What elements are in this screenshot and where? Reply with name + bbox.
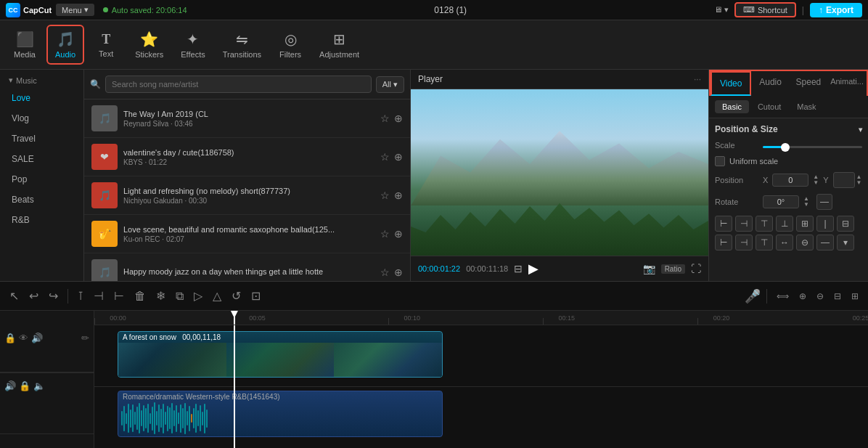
sidebar-item-pop[interactable]: Pop: [0, 169, 83, 190]
align-left-button[interactable]: ⊢: [715, 216, 732, 232]
sidebar-item-sale[interactable]: SALE: [0, 149, 83, 169]
x-decrement[interactable]: ▼: [813, 180, 819, 186]
favorite-button[interactable]: ☆: [380, 228, 390, 240]
play-button[interactable]: ▶: [528, 261, 539, 277]
rotate-decrement[interactable]: ▼: [803, 202, 809, 208]
mute-video-button[interactable]: 🔊: [31, 333, 43, 343]
align-extra-5[interactable]: ⊖: [796, 235, 814, 251]
distribute-h-button[interactable]: ⊟: [837, 216, 854, 232]
edit-video-button[interactable]: ✏: [81, 333, 89, 343]
split-end-button[interactable]: ⊢: [110, 287, 128, 305]
playhead[interactable]: [234, 311, 235, 325]
toolbar-stickers[interactable]: ⭐ Stickers: [128, 26, 171, 63]
download-button[interactable]: ⊕: [394, 266, 403, 278]
rotate-button[interactable]: ↺: [228, 287, 245, 305]
search-input[interactable]: [105, 76, 372, 93]
y-input[interactable]: [833, 172, 855, 188]
undo-button[interactable]: ↩: [25, 287, 42, 305]
shortcut-button[interactable]: ⌨ Shortcut: [734, 2, 796, 17]
toolbar-transitions[interactable]: ⇋ Transitions: [216, 26, 269, 63]
align-extra-6[interactable]: —: [816, 235, 834, 251]
toolbar-filters[interactable]: ◎ Filters: [271, 26, 309, 63]
align-extra-3[interactable]: ⊤: [756, 235, 773, 251]
uniform-scale-checkbox[interactable]: [715, 156, 725, 166]
toolbar-audio[interactable]: 🎵 Audio: [46, 25, 84, 65]
download-button[interactable]: ⊕: [394, 228, 403, 240]
align-top-button[interactable]: ⊥: [776, 216, 793, 232]
player-menu-icon[interactable]: ···: [694, 74, 701, 84]
align-extra-4[interactable]: ↔: [776, 235, 793, 251]
freeze-button[interactable]: ❄: [152, 287, 169, 305]
microphone-button[interactable]: 🎤: [745, 288, 761, 304]
align-extra-2[interactable]: ⊣: [735, 235, 753, 251]
x-input[interactable]: [772, 174, 808, 187]
sidebar-item-travel[interactable]: Travel: [0, 129, 83, 149]
list-item[interactable]: ❤ valentine's day / cute(1186758) KBYS ·…: [84, 138, 410, 176]
favorite-button[interactable]: ☆: [380, 190, 390, 201]
download-button[interactable]: ⊕: [394, 113, 403, 124]
align-extra-1[interactable]: ⊢: [715, 235, 732, 251]
sidebar-item-rb[interactable]: R&B: [0, 210, 83, 230]
sub-tab-basic[interactable]: Basic: [715, 100, 749, 113]
toolbar-media[interactable]: ⬛ Media: [6, 26, 44, 63]
favorite-button[interactable]: ☆: [380, 266, 390, 278]
align-center-v-button[interactable]: ⊞: [796, 216, 814, 232]
split-start-button[interactable]: ⊣: [90, 287, 107, 305]
align-center-h-button[interactable]: ⊣: [735, 216, 753, 232]
tab-animation[interactable]: Animati...: [827, 71, 867, 96]
speed-button[interactable]: ▷: [190, 287, 206, 305]
align-extra-7[interactable]: ▾: [837, 235, 854, 251]
rotate-input[interactable]: [763, 195, 799, 208]
settings-button[interactable]: ⊞: [848, 289, 862, 304]
lock-video-button[interactable]: 🔒: [4, 333, 16, 343]
download-button[interactable]: ⊕: [394, 190, 403, 201]
volume-audio-button[interactable]: 🔊: [4, 380, 16, 391]
hide-video-button[interactable]: 👁: [19, 333, 28, 343]
sidebar-item-love[interactable]: Love: [0, 88, 83, 108]
song-thumbnail: 🎷: [91, 221, 118, 247]
mute-audio-button[interactable]: 🔈: [33, 380, 45, 391]
align-right-button[interactable]: ⊤: [756, 216, 773, 232]
align-bottom-button[interactable]: |: [816, 216, 834, 232]
list-item[interactable]: 🎷 Love scene, beautiful and romantic sax…: [84, 215, 410, 253]
redo-button[interactable]: ↪: [45, 287, 62, 305]
flip-button[interactable]: △: [209, 287, 225, 305]
split-button[interactable]: ⊺: [74, 287, 87, 305]
cursor-tool[interactable]: ↖: [6, 287, 22, 305]
transform-button[interactable]: ⊡: [247, 287, 264, 305]
zoom-in-button[interactable]: ⊕: [795, 289, 810, 304]
list-item[interactable]: 🎵 The Way I Am 2019 (CL Reynard Silva · …: [84, 99, 410, 138]
favorite-button[interactable]: ☆: [380, 113, 390, 124]
rotate-reset-button[interactable]: —: [816, 194, 832, 210]
delete-button[interactable]: 🗑: [131, 288, 150, 305]
video-clip[interactable]: A forest on snow 00,00,11,18: [118, 331, 443, 378]
sub-tab-mask[interactable]: Mask: [790, 100, 823, 113]
zoom-fit-button[interactable]: ⟺: [773, 289, 793, 304]
favorite-button[interactable]: ☆: [380, 151, 390, 163]
toolbar-effects[interactable]: ✦ Effects: [173, 26, 212, 63]
sidebar-item-vlog[interactable]: Vlog: [0, 108, 83, 129]
tab-video[interactable]: Video: [711, 71, 751, 96]
download-button[interactable]: ⊕: [394, 151, 403, 163]
zoom-out-button[interactable]: ⊖: [813, 289, 827, 304]
grid-view-button[interactable]: ⊟: [514, 263, 523, 274]
list-item[interactable]: 🎵 Happy moody jazz on a day when things …: [84, 253, 410, 281]
toolbar-text[interactable]: T Text: [87, 28, 125, 62]
expand-button[interactable]: ⊟: [830, 289, 845, 304]
list-item[interactable]: 🎵 Light and refreshing (no melody) short…: [84, 176, 410, 215]
lock-audio-button[interactable]: 🔒: [19, 380, 30, 391]
sub-tab-cutout[interactable]: Cutout: [750, 100, 788, 113]
all-filter-button[interactable]: All ▾: [376, 76, 404, 93]
tab-audio[interactable]: Audio: [751, 71, 789, 96]
menu-button[interactable]: Menu ▾: [56, 4, 94, 16]
toolbar-adjustment[interactable]: ⊞ Adjustment: [312, 26, 367, 63]
audio-clip[interactable]: Romance/dramatic Western-style R&B(14516…: [118, 391, 443, 437]
screenshot-button[interactable]: 📷: [643, 263, 655, 274]
tab-speed[interactable]: Speed: [790, 71, 827, 96]
y-decrement[interactable]: ▼: [856, 180, 862, 186]
sidebar-item-beats[interactable]: Beats: [0, 190, 83, 210]
fullscreen-button[interactable]: ⛶: [691, 263, 701, 274]
duplicate-button[interactable]: ⧉: [172, 288, 187, 305]
export-button[interactable]: ↑ Export: [810, 3, 862, 17]
scale-slider[interactable]: [763, 146, 862, 148]
